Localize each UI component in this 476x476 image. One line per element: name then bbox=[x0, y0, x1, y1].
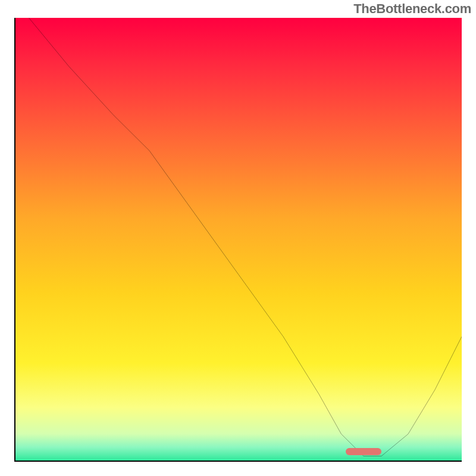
plot-area bbox=[14, 18, 462, 462]
bottleneck-curve bbox=[15, 18, 462, 461]
watermark-text: TheBottleneck.com bbox=[353, 1, 471, 17]
chart-container: TheBottleneck.com bbox=[0, 0, 476, 476]
optimal-marker bbox=[346, 448, 381, 455]
